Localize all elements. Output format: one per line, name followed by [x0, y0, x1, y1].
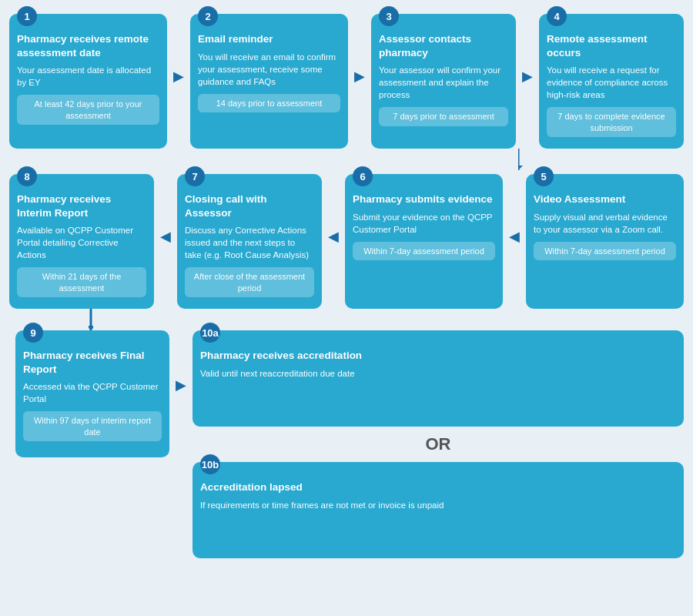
- step-5-title: Video Assessment: [534, 192, 676, 206]
- step-9-title: Pharmacy receives Final Report: [23, 349, 162, 376]
- step-1-footer: At least 42 days prior to your assessmen…: [17, 95, 159, 125]
- step-6-title: Pharmacy submits evidence: [353, 192, 495, 206]
- step-9-number: 9: [23, 323, 43, 343]
- step-3-body: Your assessor will confirm your assessme…: [379, 64, 508, 101]
- step-1-card: 1 Pharmacy receives remote assessment da…: [9, 14, 167, 149]
- arrow-6-5: [503, 174, 526, 245]
- step-7-card: 7 Closing call with Assessor Discuss any…: [177, 174, 322, 309]
- step-1-body: Your assessment date is allocated by EY: [17, 64, 159, 89]
- step-4-card: 4 Remote assessment occurs You will rece…: [539, 14, 684, 149]
- step-8-card: 8 Pharmacy receives Interim Report Avail…: [9, 174, 154, 309]
- step-6-number: 6: [353, 166, 373, 186]
- step-4-body: You will receive a request for evidence …: [547, 64, 676, 101]
- step-7-footer: After close of the assessment period: [185, 267, 314, 297]
- step-2-title: Email reminder: [198, 32, 340, 46]
- step-10a-number: 10a: [200, 323, 220, 343]
- step-2-footer: 14 days prior to assessment: [198, 94, 340, 112]
- or-label: OR: [192, 427, 684, 462]
- step-10a-title: Pharmacy receives accreditation: [200, 349, 676, 363]
- step-3-number: 3: [379, 6, 399, 26]
- step-7-title: Closing call with Assessor: [185, 192, 314, 219]
- step-2-body: You will receive an email to confirm you…: [198, 51, 340, 88]
- turn-arrow-2: [89, 309, 93, 330]
- step-9-card: 9 Pharmacy receives Final Report Accesse…: [15, 330, 169, 457]
- step-5-body: Supply visual and verbal evidence to you…: [534, 211, 676, 236]
- arrow-1-2: [167, 14, 190, 85]
- step-5-footer: Within 7-day assessment period: [534, 242, 676, 260]
- step-2-card: 2 Email reminder You will receive an ema…: [190, 14, 348, 149]
- step-4-footer: 7 days to complete evidence submission: [547, 107, 676, 137]
- arrow-2-3: [348, 14, 371, 85]
- step-10b-body: If requirements or time frames are not m…: [200, 499, 676, 511]
- step-3-card: 3 Assessor contacts pharmacy Your assess…: [371, 14, 516, 149]
- step-6-body: Submit your evidence on the QCPP Custome…: [353, 211, 495, 236]
- step-2-number: 2: [198, 6, 218, 26]
- step-1-title: Pharmacy receives remote assessment date: [17, 32, 159, 59]
- step-9-body: Accessed via the QCPP Customer Portal: [23, 380, 162, 405]
- step-10b-number: 10b: [200, 454, 220, 474]
- step-4-title: Remote assessment occurs: [547, 32, 676, 59]
- step-4-number: 4: [547, 6, 567, 26]
- step-1-number: 1: [17, 6, 37, 26]
- step-6-card: 6 Pharmacy submits evidence Submit your …: [345, 174, 503, 309]
- step-8-number: 8: [17, 166, 37, 186]
- step-5-number: 5: [534, 166, 554, 186]
- step-6-footer: Within 7-day assessment period: [353, 242, 495, 260]
- turn-arrow-1: [518, 149, 603, 170]
- arrow-7-6: [322, 174, 345, 245]
- arrow-3-4: [516, 14, 539, 85]
- step-3-footer: 7 days prior to assessment: [379, 107, 508, 126]
- step-8-body: Available on QCPP Customer Portal detail…: [17, 224, 146, 261]
- step-8-title: Pharmacy receives Interim Report: [17, 192, 146, 219]
- step-10b-card: 10b Accreditation lapsed If requirements…: [192, 462, 684, 558]
- step-5-card: 5 Video Assessment Supply visual and ver…: [526, 174, 684, 309]
- step-8-footer: Within 21 days of the assessment: [17, 267, 146, 297]
- arrow-9-10: [169, 330, 192, 393]
- step-7-body: Discuss any Corrective Actions issued an…: [185, 224, 314, 261]
- step-10b-title: Accreditation lapsed: [200, 480, 676, 494]
- step-10a-body: Valid until next reaccreditation due dat…: [200, 367, 676, 380]
- step-7-number: 7: [185, 166, 205, 186]
- step-3-title: Assessor contacts pharmacy: [379, 32, 508, 59]
- step-9-footer: Within 97 days of interim report date: [23, 411, 162, 441]
- arrow-8-7: [154, 174, 177, 245]
- step-10a-card: 10a Pharmacy receives accreditation Vali…: [192, 330, 684, 427]
